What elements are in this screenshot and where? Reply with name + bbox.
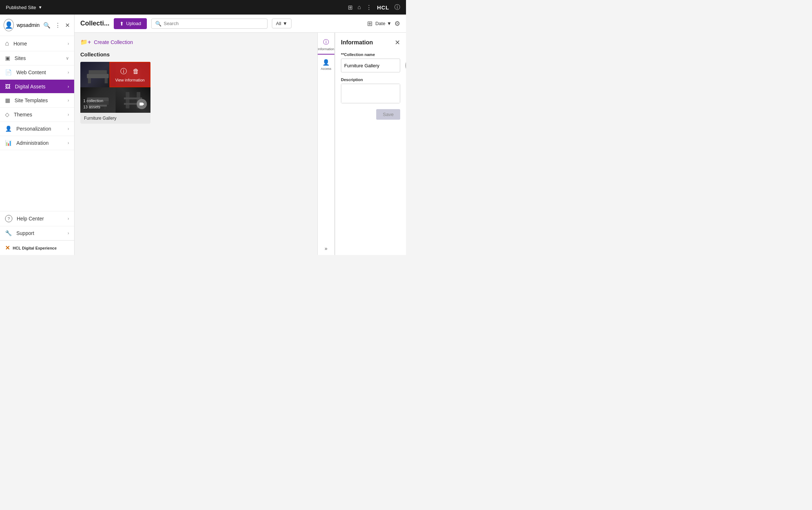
close-sidebar-btn[interactable]: ✕ — [64, 21, 71, 29]
card-hover-overlay[interactable]: ⓘ 🗑 View information — [109, 62, 150, 87]
username-label: wpsadmin — [17, 22, 40, 28]
collection-name-input[interactable] — [344, 63, 405, 68]
top-bar-left: Published Site ▼ — [6, 5, 42, 10]
content-header: Collecti... ⬆ Upload 🔍 All ▼ ⊞ Date ▼ ⚙ — [75, 15, 406, 33]
nav-themes-arrow: › — [68, 112, 69, 117]
sidebar-item-sites[interactable]: ▣ Sites ∨ — [0, 51, 74, 65]
sidebar-footer: ✕ HCL Digital Experience — [0, 240, 74, 255]
filter-arrow-icon: ▼ — [283, 21, 288, 26]
description-textarea[interactable] — [341, 84, 400, 103]
sidebar-item-web-content[interactable]: 📄 Web Content › — [0, 65, 74, 80]
close-info-panel-btn[interactable]: ✕ — [395, 39, 400, 47]
tab-information[interactable]: ⓘ Information — [318, 36, 334, 55]
svg-rect-1 — [88, 78, 91, 83]
card-video-icon — [137, 99, 147, 109]
card-footer: Furniture Gallery — [80, 113, 150, 124]
nav-personalization-label: Personalization — [16, 126, 63, 132]
nav-digital-assets-label: Digital Assets — [15, 84, 63, 89]
sites-nav-icon: ▣ — [5, 55, 10, 61]
svg-marker-18 — [143, 103, 144, 105]
hcl-brand-label: HCL Digital Experience — [13, 246, 57, 250]
help-center-nav-icon: ? — [5, 215, 12, 222]
save-button[interactable]: Save — [376, 109, 400, 120]
nav-sites-label: Sites — [15, 55, 61, 61]
search-input[interactable] — [164, 21, 264, 26]
nav-home-label: Home — [13, 41, 63, 47]
main-layout: 👤 wpsadmin 🔍 ⋮ ✕ ⌂ Home › ▣ Sites ∨ 📄 We… — [0, 15, 406, 255]
card-image-grid: 1 collection 13 assets — [80, 62, 150, 113]
svg-rect-15 — [124, 97, 142, 99]
description-input[interactable] — [341, 84, 400, 103]
content-area: Collecti... ⬆ Upload 🔍 All ▼ ⊞ Date ▼ ⚙ — [75, 15, 406, 255]
date-sort-btn[interactable]: Date ▼ — [375, 21, 391, 26]
nav-site-templates-label: Site Templates — [15, 97, 63, 103]
sidebar-item-themes[interactable]: ◇ Themes › — [0, 108, 74, 122]
grid-view-icon[interactable]: ⊞ — [367, 20, 373, 28]
expand-panel-btn[interactable]: » — [323, 242, 329, 255]
card-overlay-info: 1 collection 13 assets — [80, 95, 106, 113]
search-icon-btn[interactable]: 🔍 — [43, 21, 51, 29]
sidebar-item-site-templates[interactable]: ▦ Site Templates › — [0, 93, 74, 108]
info-icon-btn[interactable]: ⓘ — [394, 4, 400, 11]
sidebar-item-digital-assets[interactable]: 🖼 Digital Assets › — [0, 80, 74, 93]
published-site-label[interactable]: Published Site — [6, 5, 36, 10]
nav-administration-label: Administration — [16, 140, 63, 146]
access-tab-label: Access — [321, 67, 331, 71]
settings-gear-btn[interactable]: ⚙ — [394, 20, 400, 28]
filter-dropdown[interactable]: All ▼ — [272, 19, 291, 28]
sidebar-item-support[interactable]: 🔧 Support › — [0, 226, 74, 240]
tab-access[interactable]: 👤 Access — [318, 56, 334, 73]
svg-rect-13 — [126, 92, 129, 108]
nav-digital-assets-arrow: › — [68, 84, 69, 89]
sidebar-user: 👤 wpsadmin 🔍 ⋮ ✕ — [0, 15, 74, 36]
top-bar-right: ⊞ ⌂ ⋮ HCL ⓘ — [348, 4, 401, 11]
collections-panel: 📁+ Create Collection Collections — [75, 33, 317, 255]
view-information-label[interactable]: View information — [115, 78, 145, 82]
description-field-label: Description — [341, 77, 400, 82]
asset-count-label: 13 assets — [83, 104, 103, 110]
personalization-nav-icon: 👤 — [5, 125, 12, 132]
sidebar: 👤 wpsadmin 🔍 ⋮ ✕ ⌂ Home › ▣ Sites ∨ 📄 We… — [0, 15, 75, 255]
sidebar-item-help-center[interactable]: ? Help Center › — [0, 211, 74, 226]
avatar: 👤 — [4, 19, 14, 31]
nav-sites-arrow: ∨ — [66, 56, 69, 61]
info-overlay-icon[interactable]: ⓘ — [120, 67, 127, 76]
delete-overlay-icon[interactable]: 🗑 — [133, 68, 139, 75]
more-options-btn[interactable]: ⋮ — [54, 21, 61, 29]
nav-help-center-arrow: › — [68, 216, 69, 221]
create-collection-button[interactable]: 📁+ Create Collection — [80, 39, 133, 45]
information-tab-label: Information — [318, 47, 334, 51]
home-icon-btn[interactable]: ⌂ — [358, 4, 361, 11]
sidebar-nav: ⌂ Home › ▣ Sites ∨ 📄 Web Content › 🖼 Dig… — [0, 36, 74, 211]
hcl-brand-icon: ✕ — [5, 244, 10, 251]
date-sort-arrow-icon: ▼ — [387, 21, 391, 26]
sidebar-item-administration[interactable]: 📊 Administration › — [0, 136, 74, 150]
collections-section-label: Collections — [80, 51, 311, 57]
upload-button[interactable]: ⬆ Upload — [114, 18, 147, 29]
collections-title: Collecti... — [80, 20, 109, 27]
nav-support-arrow: › — [68, 231, 69, 236]
top-bar: Published Site ▼ ⊞ ⌂ ⋮ HCL ⓘ — [0, 0, 406, 15]
upload-label: Upload — [126, 21, 141, 26]
svg-rect-2 — [105, 78, 108, 83]
more-icon-btn[interactable]: ⋮ — [366, 4, 372, 11]
themes-nav-icon: ◇ — [5, 111, 9, 118]
collection-card[interactable]: 1 collection 13 assets — [80, 62, 150, 124]
administration-nav-icon: 📊 — [5, 140, 12, 146]
published-site-arrow[interactable]: ▼ — [38, 5, 42, 9]
content-body: 📁+ Create Collection Collections — [75, 33, 406, 255]
create-collection-label: Create Collection — [94, 39, 133, 45]
sidebar-item-home[interactable]: ⌂ Home › — [0, 36, 74, 51]
sidebar-item-personalization[interactable]: 👤 Personalization › — [0, 122, 74, 136]
nav-support-label: Support — [16, 230, 63, 236]
video-camera-icon — [139, 101, 144, 107]
site-templates-nav-icon: ▦ — [5, 97, 10, 104]
overlay-icons: ⓘ 🗑 — [120, 67, 139, 76]
info-panel: Information ✕ *Collection name ··· Descr… — [335, 33, 406, 255]
search-bar: 🔍 — [151, 19, 268, 29]
filter-all-label: All — [276, 21, 281, 26]
grid-icon-btn[interactable]: ⊞ — [348, 4, 353, 11]
svg-rect-0 — [87, 74, 109, 78]
view-controls: ⊞ Date ▼ ⚙ — [367, 20, 400, 28]
search-icon: 🔍 — [155, 21, 161, 27]
